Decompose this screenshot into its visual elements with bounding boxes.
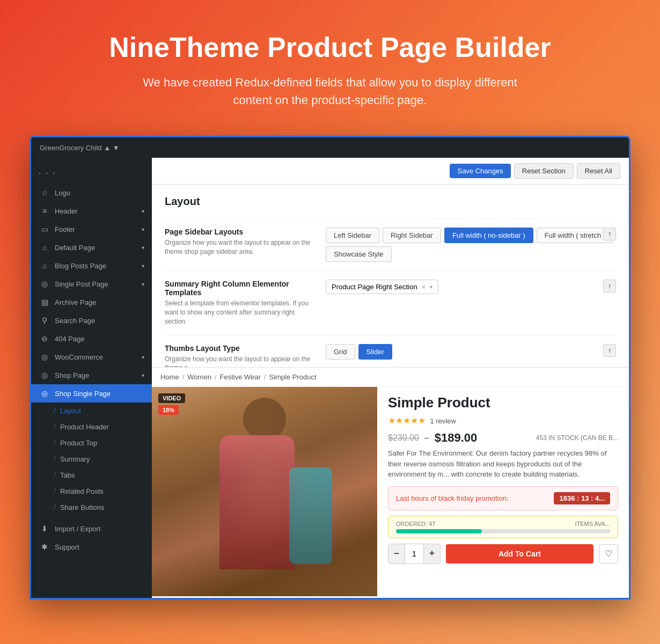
chevron-icon: ▾ bbox=[142, 208, 144, 214]
chevron-icon-woo: ▾ bbox=[142, 354, 144, 360]
sidebar-item-blog-posts[interactable]: ⌂ Blog Posts Page ▾ bbox=[31, 257, 152, 275]
product-info-column: Simple Product ★★★★★ 1 review $230.00 – … bbox=[377, 368, 629, 598]
hero-section: NineTheme Product Page Builder We have c… bbox=[0, 0, 660, 136]
sidebar-item-woocommerce[interactable]: ◎ WooCommerce ▾ bbox=[31, 348, 152, 366]
breadcrumb: Home / Women / Festive Wear / Simple Pro… bbox=[152, 368, 629, 387]
sidebar-item-import-export[interactable]: ⬇ Import / Export bbox=[31, 519, 152, 538]
sidebar-sublabel-tabs: Tabs bbox=[60, 471, 75, 479]
sidebar-label-import-export: Import / Export bbox=[55, 525, 100, 533]
field-label-sidebar: Page Sidebar Layouts bbox=[165, 228, 315, 236]
old-price: $230.00 bbox=[388, 433, 419, 443]
sidebar-subitem-layout[interactable]: Layout bbox=[31, 402, 152, 419]
field-up-arrow-2[interactable]: ↑ bbox=[603, 280, 616, 292]
cart-row: − + Add To Cart ♡ bbox=[388, 544, 618, 564]
sidebar-item-search[interactable]: ⚲ Search Page bbox=[31, 311, 152, 330]
reset-section-button[interactable]: Reset Section bbox=[514, 163, 574, 179]
field-up-arrow-1[interactable]: ↑ bbox=[603, 228, 616, 240]
chevron-icon-single: ▾ bbox=[142, 281, 144, 287]
product-description: Safer For The Environment: Our denim fac… bbox=[388, 448, 618, 480]
sidebar-item-header[interactable]: ≡ Header ▾ bbox=[31, 202, 152, 220]
select-arrow-icon[interactable]: ▾ bbox=[430, 284, 432, 290]
sidebar-layout-controls: Left Sidebar Right Sidebar Full width ( … bbox=[326, 228, 616, 262]
full-width-stretch-btn[interactable]: Full width ( stretch ) bbox=[537, 228, 613, 243]
showcase-style-btn[interactable]: Showcase Style bbox=[326, 246, 392, 262]
sidebar-subitem-share-buttons[interactable]: Share Buttons bbox=[31, 499, 152, 515]
admin-bar-text: GreenGrocery Child ▲ ▼ bbox=[40, 144, 120, 152]
star-rating: ★★★★★ bbox=[388, 416, 426, 425]
sidebar-label-default-page: Default Page bbox=[55, 244, 95, 252]
sidebar-item-404[interactable]: ⊖ 404 Page bbox=[31, 330, 152, 348]
sidebar-label-shop-single: Shop Single Page bbox=[55, 390, 111, 398]
stock-info: 453 IN STOCK (CAN BE B... bbox=[536, 434, 618, 442]
qty-plus-button[interactable]: + bbox=[424, 544, 440, 564]
sidebar-sublabel-share-buttons: Share Buttons bbox=[60, 503, 104, 511]
grid-toggle-btn[interactable]: Grid bbox=[326, 344, 355, 360]
home-icon-blog: ⌂ bbox=[40, 261, 49, 270]
sidebar-sublabel-product-header: Product Header bbox=[60, 423, 109, 431]
redux-panel: Save Changes Reset Section Reset All Lay… bbox=[152, 158, 629, 598]
order-bar: ORDERED: 47 ITEMS AVA... bbox=[388, 516, 618, 538]
menu-icon: ≡ bbox=[40, 206, 49, 216]
field-summary-right-column: Summary Right Column Elementor Templates… bbox=[165, 270, 616, 334]
download-icon: ⬇ bbox=[40, 524, 49, 533]
product-image: VIDEO 18% bbox=[152, 387, 377, 596]
sidebar-sublabel-layout: Layout bbox=[60, 407, 81, 415]
screenshot-container: GreenGrocery Child ▲ ▼ · · · ☆ Logo ≡ He… bbox=[30, 136, 630, 599]
qty-minus-button[interactable]: − bbox=[388, 544, 405, 564]
sidebar-label-single-post: Single Post Page bbox=[55, 280, 108, 288]
sidebar-label-archive: Archive Page bbox=[55, 298, 96, 306]
sidebar-sublabel-summary: Summary bbox=[60, 455, 90, 463]
thumbs-toggle-control: Grid Slider bbox=[326, 344, 616, 360]
field-desc-sidebar: Organize how you want the layout to appe… bbox=[165, 238, 315, 257]
discount-badge: 18% bbox=[158, 405, 179, 415]
sidebar-subitem-tabs[interactable]: Tabs bbox=[31, 467, 152, 483]
promo-bar: Last hours of black friday promotion: 18… bbox=[388, 486, 618, 510]
sidebar-item-logo[interactable]: ☆ Logo bbox=[31, 184, 152, 202]
monitor-icon: ▭ bbox=[40, 224, 49, 234]
field-label-thumbs: Thumbs Layout Type bbox=[165, 344, 315, 353]
select-clear-icon[interactable]: × bbox=[422, 283, 426, 291]
sidebar-item-default-page[interactable]: ⌂ Default Page ▾ bbox=[31, 238, 152, 257]
sidebar-item-shop-page[interactable]: ◎ Shop Page ▾ bbox=[31, 366, 152, 384]
product-title: Simple Product bbox=[388, 394, 618, 411]
slider-toggle-btn[interactable]: Slider bbox=[358, 344, 392, 360]
sidebar: · · · ☆ Logo ≡ Header ▾ ▭ Fo bbox=[31, 158, 152, 598]
sidebar-subitem-summary[interactable]: Summary bbox=[31, 451, 152, 467]
breadcrumb-sep-1: / bbox=[182, 373, 185, 381]
qty-input[interactable] bbox=[405, 544, 424, 564]
sidebar-label-shop: Shop Page bbox=[55, 371, 89, 379]
admin-layout: · · · ☆ Logo ≡ Header ▾ ▭ Fo bbox=[31, 158, 629, 598]
sidebar-item-archive[interactable]: ▤ Archive Page bbox=[31, 293, 152, 311]
save-changes-button[interactable]: Save Changes bbox=[450, 164, 510, 178]
hero-subtitle: We have created Redux-defined fields tha… bbox=[142, 74, 518, 109]
wp-admin-bar: GreenGrocery Child ▲ ▼ bbox=[31, 137, 629, 158]
sidebar-subitem-product-top[interactable]: Product Top bbox=[31, 435, 152, 451]
summary-template-control: Product Page Right Section × ▾ bbox=[326, 280, 616, 294]
sidebar-label-woo: WooCommerce bbox=[55, 353, 103, 361]
sidebar-label-search: Search Page bbox=[55, 317, 95, 325]
sidebar-subitem-related-posts[interactable]: Related Posts bbox=[31, 483, 152, 499]
right-sidebar-btn[interactable]: Right Sidebar bbox=[383, 228, 441, 243]
support-icon: ✱ bbox=[40, 542, 49, 552]
search-icon: ⚲ bbox=[40, 316, 49, 325]
add-to-cart-button[interactable]: Add To Cart bbox=[446, 544, 593, 564]
sidebar-item-footer[interactable]: ▭ Footer ▾ bbox=[31, 220, 152, 238]
sidebar-label-header: Header bbox=[55, 207, 78, 215]
field-up-arrow-3[interactable]: ↑ bbox=[603, 344, 616, 357]
sidebar-item-shop-single[interactable]: ◎ Shop Single Page bbox=[31, 384, 152, 402]
select-value: Product Page Right Section bbox=[332, 283, 417, 291]
chevron-icon-shop: ▾ bbox=[142, 372, 144, 378]
star-icon: ☆ bbox=[40, 188, 49, 197]
sidebar-item-support[interactable]: ✱ Support bbox=[31, 538, 152, 556]
sidebar-item-single-post[interactable]: ◎ Single Post Page ▾ bbox=[31, 275, 152, 293]
field-label-summary-template: Summary Right Column Elementor Templates bbox=[165, 280, 315, 297]
left-sidebar-btn[interactable]: Left Sidebar bbox=[326, 228, 379, 243]
sidebar-subitem-product-header[interactable]: Product Header bbox=[31, 419, 152, 435]
order-progress-fill bbox=[396, 529, 482, 533]
breadcrumb-women: Women bbox=[187, 373, 211, 381]
reset-all-button[interactable]: Reset All bbox=[577, 163, 620, 179]
template-select-dropdown[interactable]: Product Page Right Section × ▾ bbox=[326, 280, 438, 294]
full-width-no-sidebar-btn[interactable]: Full width ( no-sidebar ) bbox=[444, 228, 533, 243]
main-content: Save Changes Reset Section Reset All Lay… bbox=[152, 158, 629, 598]
wishlist-button[interactable]: ♡ bbox=[599, 544, 618, 564]
